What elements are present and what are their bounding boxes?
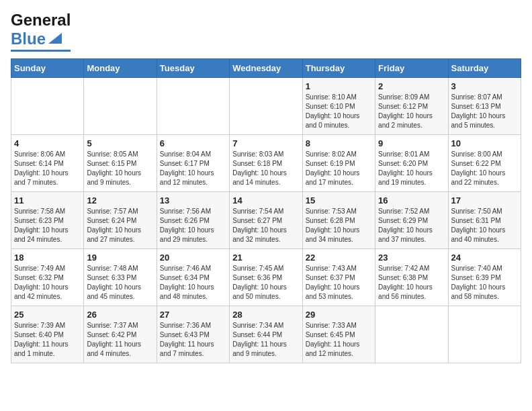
day-number: 13 bbox=[160, 195, 226, 205]
day-content: Sunrise: 8:10 AM Sunset: 6:10 PM Dayligh… bbox=[306, 93, 372, 130]
day-content: Sunrise: 8:09 AM Sunset: 6:12 PM Dayligh… bbox=[378, 93, 445, 130]
calendar-cell: 13Sunrise: 7:56 AM Sunset: 6:26 PM Dayli… bbox=[157, 192, 229, 249]
day-content: Sunrise: 8:06 AM Sunset: 6:14 PM Dayligh… bbox=[14, 150, 81, 187]
day-number: 15 bbox=[306, 195, 372, 205]
calendar-cell: 20Sunrise: 7:46 AM Sunset: 6:34 PM Dayli… bbox=[157, 249, 229, 306]
calendar-cell: 9Sunrise: 8:01 AM Sunset: 6:20 PM Daylig… bbox=[375, 135, 448, 192]
day-number: 16 bbox=[378, 195, 445, 205]
day-number: 27 bbox=[160, 310, 226, 320]
day-number: 17 bbox=[451, 195, 518, 205]
day-content: Sunrise: 7:52 AM Sunset: 6:29 PM Dayligh… bbox=[378, 207, 445, 244]
day-content: Sunrise: 7:45 AM Sunset: 6:36 PM Dayligh… bbox=[232, 264, 299, 302]
day-content: Sunrise: 7:54 AM Sunset: 6:27 PM Dayligh… bbox=[232, 207, 299, 244]
day-content: Sunrise: 7:53 AM Sunset: 6:28 PM Dayligh… bbox=[306, 207, 372, 244]
logo-triangle-icon bbox=[47, 32, 62, 46]
day-content: Sunrise: 7:46 AM Sunset: 6:34 PM Dayligh… bbox=[160, 264, 226, 302]
day-number: 9 bbox=[378, 138, 445, 148]
day-content: Sunrise: 7:56 AM Sunset: 6:26 PM Dayligh… bbox=[160, 207, 226, 244]
calendar-week-row: 25Sunrise: 7:39 AM Sunset: 6:40 PM Dayli… bbox=[11, 306, 521, 363]
calendar-cell: 2Sunrise: 8:09 AM Sunset: 6:12 PM Daylig… bbox=[375, 78, 448, 135]
day-content: Sunrise: 8:03 AM Sunset: 6:18 PM Dayligh… bbox=[232, 150, 299, 187]
calendar-cell: 1Sunrise: 8:10 AM Sunset: 6:10 PM Daylig… bbox=[302, 78, 375, 135]
day-number: 20 bbox=[160, 253, 226, 263]
calendar-cell: 21Sunrise: 7:45 AM Sunset: 6:36 PM Dayli… bbox=[230, 249, 302, 306]
day-content: Sunrise: 7:49 AM Sunset: 6:32 PM Dayligh… bbox=[14, 264, 81, 302]
calendar-cell: 5Sunrise: 8:05 AM Sunset: 6:15 PM Daylig… bbox=[84, 135, 157, 192]
calendar-cell bbox=[230, 78, 302, 135]
day-number: 19 bbox=[87, 253, 153, 263]
day-content: Sunrise: 8:04 AM Sunset: 6:17 PM Dayligh… bbox=[160, 150, 226, 187]
calendar-cell: 14Sunrise: 7:54 AM Sunset: 6:27 PM Dayli… bbox=[230, 192, 302, 249]
day-number: 14 bbox=[232, 195, 299, 205]
day-number: 6 bbox=[160, 138, 226, 148]
day-number: 10 bbox=[451, 138, 518, 148]
calendar-table: SundayMondayTuesdayWednesdayThursdayFrid… bbox=[11, 58, 521, 363]
day-number: 24 bbox=[451, 253, 518, 263]
weekday-header-cell: Friday bbox=[375, 59, 448, 78]
calendar-cell: 16Sunrise: 7:52 AM Sunset: 6:29 PM Dayli… bbox=[375, 192, 448, 249]
calendar-cell: 8Sunrise: 8:02 AM Sunset: 6:19 PM Daylig… bbox=[302, 135, 375, 192]
day-number: 1 bbox=[306, 81, 372, 91]
calendar-cell: 6Sunrise: 8:04 AM Sunset: 6:17 PM Daylig… bbox=[157, 135, 229, 192]
calendar-cell: 17Sunrise: 7:50 AM Sunset: 6:31 PM Dayli… bbox=[448, 192, 521, 249]
weekday-header-cell: Sunday bbox=[11, 59, 84, 78]
calendar-cell: 7Sunrise: 8:03 AM Sunset: 6:18 PM Daylig… bbox=[230, 135, 302, 192]
day-number: 29 bbox=[306, 310, 372, 320]
day-number: 23 bbox=[378, 253, 445, 263]
day-number: 25 bbox=[14, 310, 81, 320]
day-number: 4 bbox=[14, 138, 81, 148]
calendar-cell: 25Sunrise: 7:39 AM Sunset: 6:40 PM Dayli… bbox=[11, 306, 84, 363]
calendar-cell: 11Sunrise: 7:58 AM Sunset: 6:23 PM Dayli… bbox=[11, 192, 84, 249]
day-content: Sunrise: 7:42 AM Sunset: 6:38 PM Dayligh… bbox=[378, 264, 445, 302]
calendar-cell: 4Sunrise: 8:06 AM Sunset: 6:14 PM Daylig… bbox=[11, 135, 84, 192]
day-content: Sunrise: 7:50 AM Sunset: 6:31 PM Dayligh… bbox=[451, 207, 518, 244]
calendar-cell bbox=[448, 306, 521, 363]
day-number: 2 bbox=[378, 81, 445, 91]
calendar-cell: 19Sunrise: 7:48 AM Sunset: 6:33 PM Dayli… bbox=[84, 249, 157, 306]
calendar-cell: 28Sunrise: 7:34 AM Sunset: 6:44 PM Dayli… bbox=[230, 306, 302, 363]
day-content: Sunrise: 7:36 AM Sunset: 6:43 PM Dayligh… bbox=[160, 321, 226, 359]
day-number: 3 bbox=[451, 81, 518, 91]
day-content: Sunrise: 7:48 AM Sunset: 6:33 PM Dayligh… bbox=[87, 264, 153, 302]
day-number: 8 bbox=[306, 138, 372, 148]
day-content: Sunrise: 7:43 AM Sunset: 6:37 PM Dayligh… bbox=[306, 264, 372, 302]
calendar-week-row: 1Sunrise: 8:10 AM Sunset: 6:10 PM Daylig… bbox=[11, 78, 521, 135]
day-number: 28 bbox=[232, 310, 299, 320]
weekday-header-cell: Saturday bbox=[448, 59, 521, 78]
day-content: Sunrise: 8:01 AM Sunset: 6:20 PM Dayligh… bbox=[378, 150, 445, 187]
day-content: Sunrise: 8:07 AM Sunset: 6:13 PM Dayligh… bbox=[451, 93, 518, 130]
day-content: Sunrise: 7:34 AM Sunset: 6:44 PM Dayligh… bbox=[232, 321, 299, 359]
svg-marker-0 bbox=[48, 33, 62, 44]
calendar-cell: 26Sunrise: 7:37 AM Sunset: 6:42 PM Dayli… bbox=[84, 306, 157, 363]
calendar-cell: 3Sunrise: 8:07 AM Sunset: 6:13 PM Daylig… bbox=[448, 78, 521, 135]
day-content: Sunrise: 8:02 AM Sunset: 6:19 PM Dayligh… bbox=[306, 150, 372, 187]
day-content: Sunrise: 7:40 AM Sunset: 6:39 PM Dayligh… bbox=[451, 264, 518, 302]
calendar-week-row: 11Sunrise: 7:58 AM Sunset: 6:23 PM Dayli… bbox=[11, 192, 521, 249]
day-content: Sunrise: 7:37 AM Sunset: 6:42 PM Dayligh… bbox=[87, 321, 153, 359]
calendar-cell: 29Sunrise: 7:33 AM Sunset: 6:45 PM Dayli… bbox=[302, 306, 375, 363]
weekday-header-cell: Thursday bbox=[302, 59, 375, 78]
calendar-week-row: 18Sunrise: 7:49 AM Sunset: 6:32 PM Dayli… bbox=[11, 249, 521, 306]
day-number: 22 bbox=[306, 253, 372, 263]
calendar-cell bbox=[11, 78, 84, 135]
day-number: 12 bbox=[87, 195, 153, 205]
weekday-header-cell: Monday bbox=[84, 59, 157, 78]
weekday-header-cell: Wednesday bbox=[230, 59, 302, 78]
calendar-body: 1Sunrise: 8:10 AM Sunset: 6:10 PM Daylig… bbox=[11, 78, 521, 363]
day-number: 26 bbox=[87, 310, 153, 320]
calendar-cell: 23Sunrise: 7:42 AM Sunset: 6:38 PM Dayli… bbox=[375, 249, 448, 306]
weekday-header-row: SundayMondayTuesdayWednesdayThursdayFrid… bbox=[11, 59, 521, 78]
calendar-week-row: 4Sunrise: 8:06 AM Sunset: 6:14 PM Daylig… bbox=[11, 135, 521, 192]
calendar-cell: 22Sunrise: 7:43 AM Sunset: 6:37 PM Dayli… bbox=[302, 249, 375, 306]
day-number: 18 bbox=[14, 253, 81, 263]
day-number: 5 bbox=[87, 138, 153, 148]
day-content: Sunrise: 7:39 AM Sunset: 6:40 PM Dayligh… bbox=[14, 321, 81, 359]
calendar-cell: 24Sunrise: 7:40 AM Sunset: 6:39 PM Dayli… bbox=[448, 249, 521, 306]
logo-text: General Blue bbox=[11, 11, 71, 48]
day-number: 21 bbox=[232, 253, 299, 263]
day-content: Sunrise: 7:58 AM Sunset: 6:23 PM Dayligh… bbox=[14, 207, 81, 244]
calendar-cell bbox=[157, 78, 229, 135]
weekday-header-cell: Tuesday bbox=[157, 59, 229, 78]
calendar-cell: 18Sunrise: 7:49 AM Sunset: 6:32 PM Dayli… bbox=[11, 249, 84, 306]
logo: General Blue bbox=[11, 11, 71, 52]
